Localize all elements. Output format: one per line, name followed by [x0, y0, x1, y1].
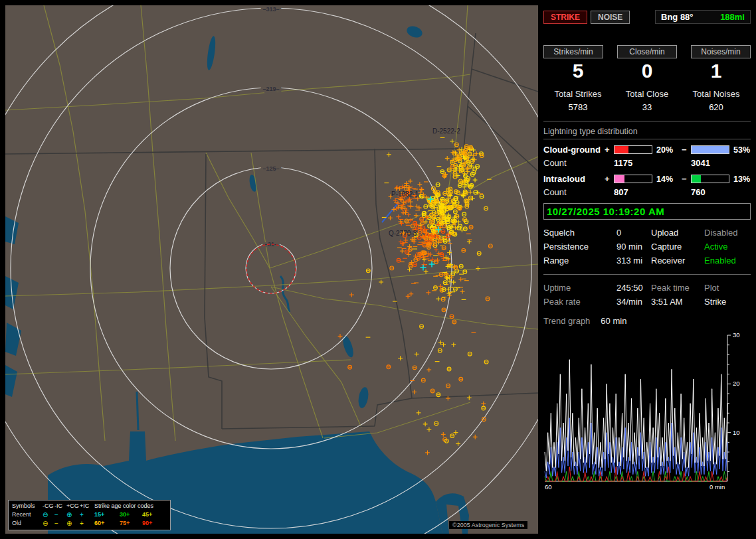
- map-view[interactable]: –313––219––125––31–D-2522-2P-1082-1Q-277…: [5, 5, 538, 534]
- age-15: 15+: [94, 510, 120, 519]
- capture-status: Active: [704, 242, 751, 252]
- total-strikes-value: 5783: [543, 102, 613, 112]
- intracloud-block: Intracloud + 14% − 13% Count 807 760: [543, 174, 751, 197]
- rate-label-row: Strikes/min Close/min Noises/min: [543, 45, 751, 58]
- noise-indicator[interactable]: NOISE: [591, 11, 630, 24]
- old-pcg-icon: ⊕: [66, 519, 80, 528]
- bearing-label: Bng 88°: [661, 12, 694, 22]
- copyright-notice: ©2005 Astrogenic Systems: [449, 521, 527, 529]
- legend-col-nic: -IC: [54, 502, 66, 510]
- performance-grid: Uptime 245:50 Peak time Plot Peak rate 3…: [543, 283, 751, 307]
- datetime-display: 10/27/2025 10:19:20 AM: [543, 203, 751, 220]
- recent-nic-icon: −: [54, 510, 66, 519]
- recent-ncg-icon: ⊖: [43, 510, 54, 519]
- svg-text:20: 20: [733, 380, 740, 387]
- persistence-value: 90 min: [616, 242, 651, 252]
- recent-pic-icon: +: [80, 510, 94, 519]
- side-panel: STRIKE NOISE Bng 88° 188mi Strikes/min C…: [543, 5, 751, 534]
- cloud-ground-block: Cloud-ground + 20% − 53% Count 1175 3041: [543, 145, 751, 168]
- legend-col-ncg: -CG: [43, 502, 54, 510]
- indicator-row: STRIKE NOISE Bng 88° 188mi: [543, 10, 751, 24]
- strike-indicator[interactable]: STRIKE: [543, 11, 587, 24]
- persistence-label: Persistence: [543, 242, 616, 252]
- close-alarm-circle: [246, 244, 296, 293]
- plus-sign: +: [605, 145, 614, 155]
- legend-col-pcg: +CG: [66, 502, 80, 510]
- total-close-value: 33: [613, 102, 682, 112]
- legend-symbols-header: Symbols: [12, 502, 43, 510]
- recent-pcg-icon: ⊕: [66, 510, 80, 519]
- old-ncg-icon: ⊖: [43, 519, 54, 528]
- total-noises-value: 620: [682, 102, 751, 112]
- cg-positive-count: 1175: [614, 155, 682, 168]
- age-90: 90+: [142, 519, 167, 528]
- divider: [543, 139, 751, 139]
- cg-positive-bar: [614, 145, 652, 154]
- svg-text:–313–: –313–: [262, 6, 279, 13]
- ic-negative-count: 760: [691, 184, 751, 197]
- total-close-label: Total Close: [613, 89, 682, 99]
- age-30: 30+: [120, 510, 142, 519]
- age-75: 75+: [120, 519, 142, 528]
- trend-graph-svg: 102030600 min: [543, 331, 751, 491]
- upload-label: Upload: [651, 228, 704, 238]
- legend-row-recent-label: Recent: [12, 510, 43, 519]
- uptime-value: 245:50: [616, 283, 651, 293]
- ic-negative-pct: 13%: [731, 175, 751, 184]
- age-60: 60+: [94, 519, 120, 528]
- total-noises-label: Total Noises: [682, 89, 751, 99]
- cloud-ground-label: Cloud-ground: [543, 145, 605, 155]
- trend-window-value: 60 min: [601, 316, 626, 326]
- old-pic-icon: +: [80, 519, 94, 528]
- ic-negative-bar: [691, 175, 729, 183]
- legend-col-pic: +IC: [80, 502, 94, 510]
- trend-graph-label: Trend graph: [543, 316, 590, 326]
- receiver-status: Enabled: [704, 256, 751, 266]
- cg-negative-pct: 53%: [731, 145, 751, 155]
- water-layer: [5, 24, 469, 534]
- svg-text:0 min: 0 min: [709, 483, 725, 491]
- ic-positive-bar: [614, 175, 652, 183]
- svg-text:60: 60: [545, 483, 552, 491]
- receiver-label: Receiver: [651, 256, 704, 266]
- svg-text:–219–: –219–: [262, 86, 279, 92]
- minus-sign: −: [682, 145, 691, 155]
- count-label: Count: [543, 184, 605, 197]
- cg-negative-count: 3041: [691, 155, 751, 168]
- peak-time-label: Peak time: [651, 283, 704, 293]
- distribution-title: Lightning type distribution: [543, 127, 751, 136]
- legend-row-old-label: Old: [12, 519, 43, 528]
- legend-age-header: Strike age color codes: [94, 502, 167, 510]
- intracloud-label: Intracloud: [543, 174, 605, 184]
- age-45: 45+: [142, 510, 167, 519]
- bearing-distance: 188mi: [720, 12, 745, 22]
- close-per-min-label[interactable]: Close/min: [617, 45, 677, 58]
- app-window: { "theme": { "map_bg": "#5b524b", "water…: [0, 0, 756, 539]
- squelch-label: Squelch: [543, 228, 616, 238]
- svg-text:30: 30: [733, 331, 740, 339]
- map-legend: Symbols -CG -IC +CG +IC Strike age color…: [8, 500, 171, 530]
- ic-positive-pct: 14%: [654, 175, 682, 184]
- close-per-min-value: 0: [613, 60, 682, 82]
- svg-text:–125–: –125–: [262, 165, 279, 172]
- peak-time-value: 3:51 AM: [651, 297, 704, 307]
- total-label-row: Total Strikes Total Close Total Noises: [543, 84, 751, 99]
- plus-sign: +: [605, 174, 614, 184]
- strikes-per-min-label[interactable]: Strikes/min: [543, 45, 603, 58]
- svg-text:10: 10: [733, 429, 740, 436]
- legend-grid: Symbols -CG -IC +CG +IC Strike age color…: [9, 501, 170, 530]
- noises-per-min-label[interactable]: Noises/min: [691, 45, 751, 58]
- bearing-box: Bng 88° 188mi: [655, 10, 751, 24]
- total-strikes-label: Total Strikes: [543, 89, 613, 99]
- svg-text:D-2522-2: D-2522-2: [432, 127, 460, 135]
- minus-sign: −: [682, 174, 691, 184]
- noises-per-min-value: 1: [682, 60, 751, 82]
- range-label: Range: [543, 256, 616, 266]
- trend-graph: 102030600 min: [543, 331, 751, 491]
- capture-label: Capture: [651, 242, 704, 252]
- old-nic-icon: −: [54, 519, 66, 528]
- ic-positive-count: 807: [614, 184, 682, 197]
- cg-negative-bar: [691, 145, 729, 154]
- settings-grid: Squelch 0 Upload Disabled Persistence 90…: [543, 228, 751, 266]
- count-label: Count: [543, 155, 605, 168]
